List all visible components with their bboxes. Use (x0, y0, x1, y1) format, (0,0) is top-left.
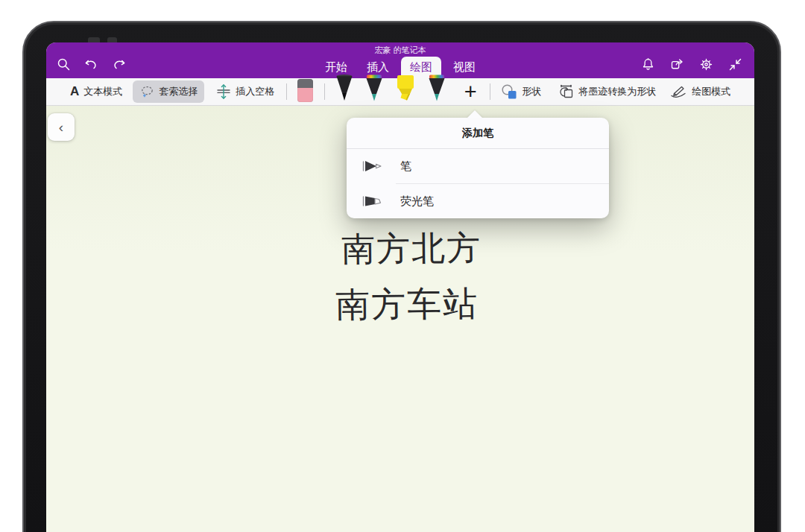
chevron-left-icon: ‹ (59, 119, 63, 136)
lasso-select-label: 套索选择 (159, 85, 198, 98)
black-pen-tool[interactable] (335, 75, 354, 102)
collapse-sidebar-button[interactable]: ‹ (48, 113, 75, 141)
popup-item-highlighter[interactable]: 荧光笔 (347, 184, 609, 218)
shapes-label: 形状 (522, 85, 541, 98)
draw-mode-button[interactable]: 绘图模式 (669, 83, 730, 100)
highlighter-icon (362, 193, 384, 209)
convert-ink-button[interactable]: 将墨迹转换为形状 (558, 83, 656, 100)
add-pen-button[interactable]: + (460, 81, 481, 102)
draw-mode-icon (669, 83, 687, 100)
onenote-screen: 宏豪 的笔记本 (46, 42, 754, 532)
popup-item-label: 荧光笔 (400, 194, 434, 209)
screenshot-stage: 宏豪 的笔记本 (0, 0, 805, 532)
text-mode-button[interactable]: A 文本模式 (70, 84, 122, 99)
pen-tools (335, 81, 446, 102)
tab-view[interactable]: 视图 (446, 57, 483, 78)
convert-ink-label: 将墨迹转换为形状 (578, 85, 656, 98)
ribbon-header: 宏豪 的笔记本 (46, 42, 754, 78)
draw-mode-label: 绘图模式 (692, 85, 730, 98)
rainbow-pen-tool[interactable] (364, 75, 384, 102)
popup-title: 添加笔 (347, 118, 609, 149)
insert-space-button[interactable]: 插入空格 (216, 83, 274, 100)
notebook-title: 宏豪 的笔记本 (46, 45, 754, 56)
insert-space-label: 插入空格 (236, 85, 274, 98)
shapes-button[interactable]: 形状 (501, 83, 541, 100)
letter-a-icon: A (70, 84, 79, 99)
insert-space-icon (216, 83, 231, 100)
eraser-tool[interactable] (297, 79, 313, 102)
lasso-select-button[interactable]: 套索选择 (133, 80, 204, 103)
handwriting-line: 南方车站 (335, 281, 479, 329)
draw-toolbar: A 文本模式 套索选择 插入空格 (46, 78, 754, 106)
toolbar-divider (490, 83, 490, 100)
popup-callout-arrow (467, 110, 483, 118)
popup-item-pen[interactable]: 笔 (347, 149, 609, 183)
add-pen-popup: 添加笔 笔 荧光笔 (347, 118, 609, 218)
toolbar-divider (286, 83, 287, 100)
toolbar-divider (324, 83, 325, 100)
handwriting-line: 南方北方 (341, 226, 482, 272)
popup-item-label: 笔 (400, 159, 411, 174)
rainbow-pen-tool-2[interactable] (427, 75, 446, 102)
ink-to-shape-icon (558, 83, 574, 100)
pen-icon (362, 158, 384, 174)
yellow-highlighter-tool[interactable] (394, 75, 417, 102)
shapes-icon (501, 83, 517, 100)
text-mode-label: 文本模式 (83, 85, 122, 98)
lasso-icon (139, 84, 155, 99)
